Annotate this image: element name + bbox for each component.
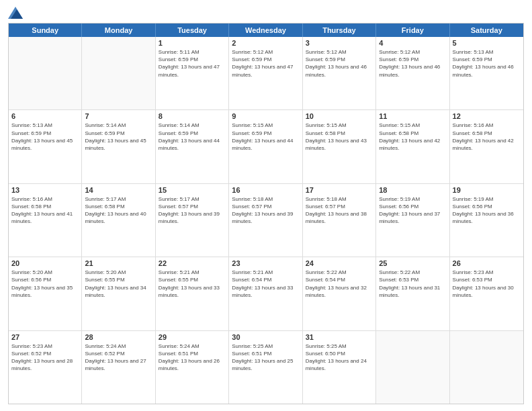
- calendar-cell: 7Sunrise: 5:14 AMSunset: 6:59 PMDaylight…: [82, 110, 155, 183]
- day-info: Sunrise: 5:19 AMSunset: 6:56 PMDaylight:…: [379, 195, 446, 226]
- day-number: 1: [159, 39, 226, 47]
- day-info: Sunrise: 5:13 AMSunset: 6:59 PMDaylight:…: [453, 48, 521, 79]
- day-number: 9: [232, 112, 299, 120]
- day-info: Sunrise: 5:23 AMSunset: 6:53 PMDaylight:…: [453, 269, 521, 299]
- day-info: Sunrise: 5:17 AMSunset: 6:58 PMDaylight:…: [85, 195, 152, 226]
- calendar-cell: 29Sunrise: 5:24 AMSunset: 6:51 PMDayligh…: [156, 331, 229, 404]
- calendar-cell: 3Sunrise: 5:12 AMSunset: 6:59 PMDaylight…: [303, 37, 376, 109]
- calendar-cell: 19Sunrise: 5:19 AMSunset: 6:56 PMDayligh…: [450, 184, 523, 257]
- day-number: 23: [232, 259, 299, 267]
- day-info: Sunrise: 5:18 AMSunset: 6:57 PMDaylight:…: [232, 195, 299, 226]
- calendar-cell: 25Sunrise: 5:22 AMSunset: 6:53 PMDayligh…: [376, 257, 449, 330]
- day-info: Sunrise: 5:13 AMSunset: 6:59 PMDaylight:…: [11, 122, 79, 152]
- day-info: Sunrise: 5:12 AMSunset: 6:59 PMDaylight:…: [232, 48, 299, 79]
- calendar-week: 20Sunrise: 5:20 AMSunset: 6:56 PMDayligh…: [9, 257, 523, 330]
- calendar-cell: 1Sunrise: 5:11 AMSunset: 6:59 PMDaylight…: [156, 37, 229, 109]
- day-info: Sunrise: 5:22 AMSunset: 6:54 PMDaylight:…: [306, 269, 373, 299]
- day-info: Sunrise: 5:14 AMSunset: 6:59 PMDaylight:…: [159, 122, 226, 152]
- calendar-cell: 20Sunrise: 5:20 AMSunset: 6:56 PMDayligh…: [9, 257, 82, 330]
- logo-icon: [8, 7, 23, 19]
- day-number: 28: [85, 333, 152, 341]
- day-number: 4: [379, 39, 446, 47]
- day-info: Sunrise: 5:15 AMSunset: 6:59 PMDaylight:…: [232, 122, 299, 152]
- page-header: [8, 7, 524, 19]
- calendar-header: SundayMondayTuesdayWednesdayThursdayFrid…: [9, 24, 523, 37]
- day-number: 31: [306, 333, 373, 341]
- calendar-week: 13Sunrise: 5:16 AMSunset: 6:58 PMDayligh…: [9, 184, 523, 257]
- day-number: 7: [85, 112, 152, 120]
- day-info: Sunrise: 5:24 AMSunset: 6:51 PMDaylight:…: [159, 342, 226, 373]
- day-number: 25: [379, 259, 446, 267]
- calendar-cell: 9Sunrise: 5:15 AMSunset: 6:59 PMDaylight…: [229, 110, 302, 183]
- calendar-cell: 13Sunrise: 5:16 AMSunset: 6:58 PMDayligh…: [9, 184, 82, 257]
- calendar-week: 27Sunrise: 5:23 AMSunset: 6:52 PMDayligh…: [9, 331, 523, 404]
- day-info: Sunrise: 5:22 AMSunset: 6:53 PMDaylight:…: [379, 269, 446, 299]
- day-info: Sunrise: 5:12 AMSunset: 6:59 PMDaylight:…: [379, 48, 446, 79]
- day-number: 24: [306, 259, 373, 267]
- day-number: 20: [11, 259, 79, 267]
- day-number: 29: [159, 333, 226, 341]
- day-info: Sunrise: 5:21 AMSunset: 6:54 PMDaylight:…: [232, 269, 299, 299]
- calendar-day-header: Friday: [376, 24, 449, 37]
- day-info: Sunrise: 5:14 AMSunset: 6:59 PMDaylight:…: [85, 122, 152, 152]
- day-info: Sunrise: 5:20 AMSunset: 6:55 PMDaylight:…: [85, 269, 152, 299]
- day-number: 30: [232, 333, 299, 341]
- day-number: 21: [85, 259, 152, 267]
- logo: [8, 7, 26, 19]
- day-info: Sunrise: 5:25 AMSunset: 6:50 PMDaylight:…: [306, 342, 373, 373]
- calendar-cell: 24Sunrise: 5:22 AMSunset: 6:54 PMDayligh…: [303, 257, 376, 330]
- calendar-day-header: Monday: [82, 24, 155, 37]
- day-number: 17: [306, 186, 373, 194]
- calendar-day-header: Thursday: [303, 24, 376, 37]
- day-number: 3: [306, 39, 373, 47]
- calendar-cell: [450, 331, 523, 404]
- day-info: Sunrise: 5:15 AMSunset: 6:58 PMDaylight:…: [306, 122, 373, 152]
- day-info: Sunrise: 5:24 AMSunset: 6:52 PMDaylight:…: [85, 342, 152, 373]
- day-number: 26: [453, 259, 521, 267]
- calendar-cell: 21Sunrise: 5:20 AMSunset: 6:55 PMDayligh…: [82, 257, 155, 330]
- day-info: Sunrise: 5:17 AMSunset: 6:57 PMDaylight:…: [159, 195, 226, 226]
- calendar-cell: 27Sunrise: 5:23 AMSunset: 6:52 PMDayligh…: [9, 331, 82, 404]
- calendar-cell: 23Sunrise: 5:21 AMSunset: 6:54 PMDayligh…: [229, 257, 302, 330]
- day-info: Sunrise: 5:15 AMSunset: 6:58 PMDaylight:…: [379, 122, 446, 152]
- calendar-cell: 28Sunrise: 5:24 AMSunset: 6:52 PMDayligh…: [82, 331, 155, 404]
- day-info: Sunrise: 5:16 AMSunset: 6:58 PMDaylight:…: [11, 195, 79, 226]
- calendar-cell: 6Sunrise: 5:13 AMSunset: 6:59 PMDaylight…: [9, 110, 82, 183]
- day-number: 16: [232, 186, 299, 194]
- calendar-day-header: Sunday: [9, 24, 82, 37]
- calendar-day-header: Saturday: [450, 24, 523, 37]
- day-info: Sunrise: 5:16 AMSunset: 6:58 PMDaylight:…: [453, 122, 521, 152]
- day-info: Sunrise: 5:25 AMSunset: 6:51 PMDaylight:…: [232, 342, 299, 373]
- calendar-cell: [376, 331, 449, 404]
- day-info: Sunrise: 5:18 AMSunset: 6:57 PMDaylight:…: [306, 195, 373, 226]
- day-info: Sunrise: 5:12 AMSunset: 6:59 PMDaylight:…: [306, 48, 373, 79]
- calendar-cell: [82, 37, 155, 109]
- day-number: 19: [453, 186, 521, 194]
- calendar-cell: 15Sunrise: 5:17 AMSunset: 6:57 PMDayligh…: [156, 184, 229, 257]
- calendar-cell: 12Sunrise: 5:16 AMSunset: 6:58 PMDayligh…: [450, 110, 523, 183]
- calendar-cell: 4Sunrise: 5:12 AMSunset: 6:59 PMDaylight…: [376, 37, 449, 109]
- day-number: 27: [11, 333, 79, 341]
- day-info: Sunrise: 5:19 AMSunset: 6:56 PMDaylight:…: [453, 195, 521, 226]
- day-number: 6: [11, 112, 79, 120]
- day-info: Sunrise: 5:20 AMSunset: 6:56 PMDaylight:…: [11, 269, 79, 299]
- calendar-cell: 17Sunrise: 5:18 AMSunset: 6:57 PMDayligh…: [303, 184, 376, 257]
- calendar-cell: 5Sunrise: 5:13 AMSunset: 6:59 PMDaylight…: [450, 37, 523, 109]
- day-number: 11: [379, 112, 446, 120]
- calendar-cell: 16Sunrise: 5:18 AMSunset: 6:57 PMDayligh…: [229, 184, 302, 257]
- calendar-day-header: Tuesday: [156, 24, 229, 37]
- day-number: 2: [232, 39, 299, 47]
- day-number: 22: [159, 259, 226, 267]
- calendar-cell: 8Sunrise: 5:14 AMSunset: 6:59 PMDaylight…: [156, 110, 229, 183]
- calendar-week: 6Sunrise: 5:13 AMSunset: 6:59 PMDaylight…: [9, 110, 523, 183]
- day-number: 12: [453, 112, 521, 120]
- day-info: Sunrise: 5:23 AMSunset: 6:52 PMDaylight:…: [11, 342, 79, 373]
- calendar-cell: [9, 37, 82, 109]
- day-number: 8: [159, 112, 226, 120]
- calendar-cell: 14Sunrise: 5:17 AMSunset: 6:58 PMDayligh…: [82, 184, 155, 257]
- calendar-cell: 26Sunrise: 5:23 AMSunset: 6:53 PMDayligh…: [450, 257, 523, 330]
- calendar: SundayMondayTuesdayWednesdayThursdayFrid…: [8, 23, 524, 404]
- day-number: 18: [379, 186, 446, 194]
- calendar-cell: 11Sunrise: 5:15 AMSunset: 6:58 PMDayligh…: [376, 110, 449, 183]
- day-number: 15: [159, 186, 226, 194]
